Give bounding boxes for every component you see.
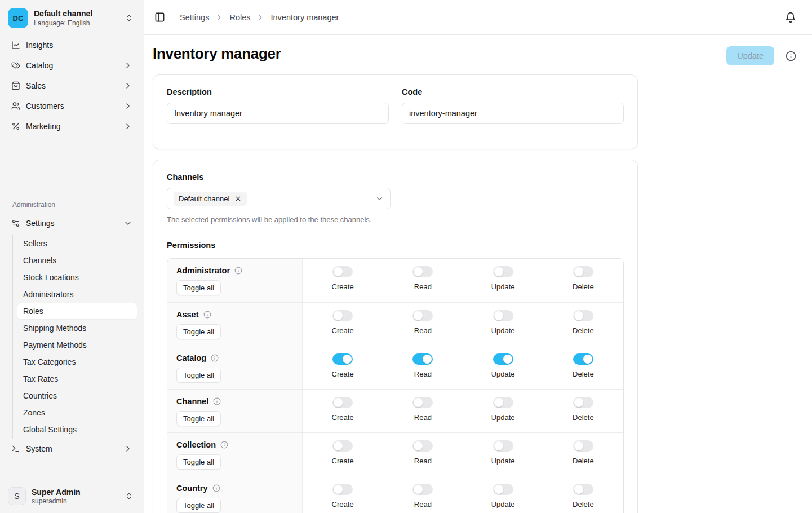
breadcrumb-settings[interactable]: Settings [180, 13, 209, 22]
info-icon[interactable] [211, 354, 219, 362]
permission-create: Create [303, 353, 383, 378]
permission-name: Country [176, 484, 208, 493]
description-input[interactable] [167, 103, 389, 124]
permission-row-channel: ChannelToggle allCreateReadUpdateDelete [167, 389, 623, 432]
toggle-administrator-read[interactable] [412, 266, 433, 277]
toggle-catalog-delete[interactable] [573, 353, 593, 365]
sidebar-subitem-global-settings[interactable]: Global Settings [17, 422, 137, 437]
sliders-icon [11, 219, 20, 228]
toggle-label: Read [414, 457, 432, 465]
sidebar-subitem-zones[interactable]: Zones [17, 405, 137, 421]
toggle-knob [343, 355, 352, 364]
panel-left-icon[interactable] [153, 11, 166, 24]
toggle-knob [494, 267, 503, 276]
sidebar-subitem-payment-methods[interactable]: Payment Methods [17, 337, 137, 353]
info-icon[interactable] [212, 484, 220, 492]
toggle-catalog-read[interactable] [412, 353, 433, 365]
sidebar-item-marketing[interactable]: Marketing [7, 117, 137, 135]
code-input[interactable] [402, 103, 624, 124]
main-area: Settings Roles Inventory manager Invento… [144, 0, 812, 513]
permission-toggles: CreateReadUpdateDelete [303, 303, 623, 346]
channels-helper-text: The selected permissions will be applied… [167, 215, 624, 224]
sidebar-subitem-roles[interactable]: Roles [17, 303, 137, 319]
sidebar-item-customers[interactable]: Customers [7, 97, 137, 115]
toggle-administrator-update[interactable] [493, 266, 513, 277]
sidebar-item-label: Settings [26, 219, 118, 228]
sidebar-item-system[interactable]: System [7, 440, 137, 458]
toggle-knob [334, 441, 343, 450]
update-button[interactable]: Update [726, 46, 774, 65]
toggle-asset-read[interactable] [412, 310, 433, 321]
permission-read: Read [383, 440, 463, 465]
toggle-all-button[interactable]: Toggle all [176, 368, 221, 383]
toggle-asset-update[interactable] [493, 310, 513, 321]
toggle-collection-delete[interactable] [573, 440, 593, 452]
toggle-collection-update[interactable] [493, 440, 513, 452]
permission-update: Update [463, 484, 543, 508]
permission-create: Create [303, 484, 383, 508]
toggle-label: Delete [573, 457, 594, 465]
toggle-country-update[interactable] [493, 484, 513, 495]
permission-delete: Delete [543, 266, 623, 291]
info-icon[interactable] [203, 311, 211, 319]
toggle-knob [334, 311, 343, 320]
info-icon[interactable] [234, 267, 242, 275]
sidebar-subitem-tax-categories[interactable]: Tax Categories [17, 354, 137, 370]
users-icon [11, 101, 20, 110]
chevron-right-icon [123, 81, 132, 90]
sidebar-subitem-stock-locations[interactable]: Stock Locations [17, 269, 137, 285]
toggle-administrator-delete[interactable] [573, 266, 593, 277]
toggle-collection-read[interactable] [412, 440, 433, 452]
user-name: Super Admin [32, 488, 118, 497]
channels-select[interactable]: Default channel [167, 188, 391, 209]
toggle-all-button[interactable]: Toggle all [176, 411, 221, 426]
sidebar-subitem-countries[interactable]: Countries [17, 388, 137, 404]
sidebar-subitem-channels[interactable]: Channels [17, 253, 137, 268]
channel-language: Language: English [34, 19, 118, 27]
toggle-all-button[interactable]: Toggle all [176, 324, 221, 339]
sidebar-subitem-administrators[interactable]: Administrators [17, 286, 137, 302]
sidebar-item-insights[interactable]: Insights [7, 36, 137, 54]
chevron-right-icon [123, 122, 132, 131]
toggle-all-button[interactable]: Toggle all [176, 280, 221, 295]
channel-switcher[interactable]: DC Default channel Language: English [7, 7, 137, 36]
toggle-channel-create[interactable] [332, 397, 353, 408]
toggle-channel-read[interactable] [412, 397, 433, 408]
toggle-channel-delete[interactable] [573, 397, 593, 408]
toggle-all-button[interactable]: Toggle all [176, 454, 221, 470]
close-icon[interactable] [234, 195, 242, 202]
chevrons-up-down-icon[interactable] [123, 490, 135, 502]
info-icon[interactable] [213, 397, 221, 405]
sidebar-item-sales[interactable]: Sales [7, 77, 137, 95]
toggle-country-read[interactable] [412, 484, 433, 495]
sidebar-item-label: Marketing [26, 122, 118, 131]
chevron-down-icon [123, 219, 132, 228]
toggle-asset-delete[interactable] [573, 310, 593, 321]
toggle-knob [583, 355, 592, 364]
toggle-catalog-create[interactable] [332, 353, 353, 365]
info-icon[interactable] [220, 441, 228, 449]
toggle-country-create[interactable] [332, 484, 353, 495]
bell-icon[interactable] [784, 11, 797, 24]
sidebar-item-catalog[interactable]: Catalog [7, 56, 137, 74]
permission-name: Channel [176, 397, 208, 406]
user-menu[interactable]: S Super Admin superadmin [7, 484, 137, 507]
toggle-label: Update [491, 282, 515, 291]
permission-name: Asset [176, 310, 199, 319]
chevrons-up-down-icon[interactable] [123, 12, 135, 24]
toggle-asset-create[interactable] [332, 310, 353, 321]
toggle-catalog-update[interactable] [493, 353, 513, 365]
toggle-channel-update[interactable] [493, 397, 513, 408]
toggle-administrator-create[interactable] [332, 266, 353, 277]
toggle-collection-create[interactable] [332, 440, 353, 452]
sidebar-item-settings[interactable]: Settings [7, 214, 137, 232]
toggle-knob [414, 441, 423, 450]
toggle-country-delete[interactable] [573, 484, 593, 495]
breadcrumb-roles[interactable]: Roles [229, 13, 250, 22]
info-icon[interactable] [784, 50, 797, 63]
sidebar-subitem-shipping-methods[interactable]: Shipping Methods [17, 320, 137, 336]
toggle-all-button[interactable]: Toggle all [176, 498, 221, 513]
chevron-down-icon [375, 194, 384, 203]
sidebar-subitem-tax-rates[interactable]: Tax Rates [17, 371, 137, 387]
sidebar-subitem-sellers[interactable]: Sellers [17, 236, 137, 251]
